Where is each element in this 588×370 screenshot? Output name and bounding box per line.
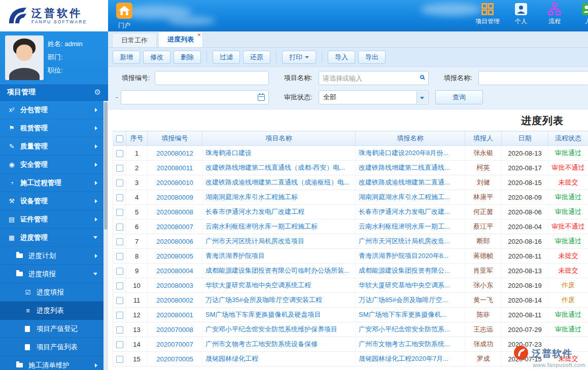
sidebar-item-quality[interactable]: ✎质量管理 <box>0 137 103 156</box>
project-name-link[interactable]: 长春市伊通河水力发电厂改建工程 <box>205 208 304 215</box>
project-name-link[interactable]: 改建铁路线增建第二线直通线（成都-西安）电... <box>205 164 345 171</box>
project-name-link[interactable]: 广州市文物考古工地安防系统设备保修 <box>205 340 318 348</box>
project-name-input[interactable] <box>319 71 429 85</box>
report-code-link[interactable]: 2020080006 <box>156 238 193 245</box>
project-name-link[interactable]: 成都能源建设集团投资有限公司临时办公场所装... <box>205 267 350 274</box>
query-button[interactable]: 查询 <box>435 90 483 104</box>
close-icon[interactable]: × <box>197 31 201 39</box>
select-all-checkbox[interactable] <box>116 135 123 142</box>
column-header-report[interactable]: 填报名称 <box>356 131 465 146</box>
report-code-link[interactable]: 2020080012 <box>156 150 193 157</box>
top-nav-project-management[interactable]: 项目管理 <box>474 3 501 26</box>
sidebar-item-progress[interactable]: ▦进度管理 <box>0 229 103 247</box>
sidebar-item-equipment[interactable]: ⚒设备管理 <box>0 192 103 210</box>
report-name-link[interactable]: 晟铭园林绿化工程2020年7月... <box>359 355 448 362</box>
search-icon[interactable] <box>420 75 424 79</box>
report-code-link[interactable]: 2020070007 <box>156 341 193 348</box>
toolbar-button-restore[interactable]: 还原 <box>243 51 270 64</box>
project-name-link[interactable]: 广州市天河区统计局机房改造项目 <box>205 237 304 245</box>
report-name-link[interactable]: 广安邓小平纪念馆安全防范系... <box>359 325 450 333</box>
report-code-link[interactable]: 2020070005 <box>156 355 193 363</box>
project-name-link[interactable]: SM广场地下车库更换摄像机及硬盘项目 <box>205 311 321 318</box>
sidebar-item-output-value-list[interactable]: 项目产值列表 <box>0 338 103 356</box>
report-name-link[interactable]: 珠海鹤港口建设2020年8月份... <box>359 149 448 157</box>
avatar[interactable] <box>5 35 44 80</box>
sidebar-item-progress-plan[interactable]: 进度计划 <box>0 247 103 265</box>
row-checkbox[interactable] <box>116 238 123 245</box>
column-header-project[interactable]: 项目名称 <box>202 131 356 146</box>
report-code-link[interactable]: 2020080011 <box>157 164 193 172</box>
gear-icon[interactable]: ⚙ <box>94 88 101 97</box>
project-name-link[interactable]: 改建铁路成渝线增建第二直通线（成渝枢纽）电... <box>205 178 350 186</box>
report-name-link[interactable]: 改建铁路线增建第二线直通线... <box>359 164 450 171</box>
row-checkbox[interactable] <box>116 179 123 187</box>
project-name-link[interactable]: 华软大厦研究基地中央空调系统工程 <box>205 281 311 289</box>
column-header-code[interactable]: 填报编号 <box>148 131 202 146</box>
toolbar-button-delete[interactable]: 删除 <box>174 51 201 64</box>
report-code-link[interactable]: 2020080010 <box>156 179 193 187</box>
report-code-link[interactable]: 2020080009 <box>156 194 193 201</box>
project-name-link[interactable]: 珠海鹤港口建设 <box>205 149 252 157</box>
row-checkbox[interactable] <box>116 297 123 304</box>
sidebar-item-output-value-register[interactable]: 项目产值登记 <box>0 320 103 338</box>
column-header-status[interactable]: 流程状态 <box>548 131 588 146</box>
date-input[interactable] <box>121 90 269 104</box>
row-checkbox[interactable] <box>116 150 123 157</box>
column-header-date[interactable]: 日期 <box>502 131 548 146</box>
report-name-link[interactable]: 广州市文物考古工地安防系统... <box>359 340 450 348</box>
row-checkbox[interactable] <box>116 312 123 319</box>
row-checkbox[interactable] <box>116 165 123 172</box>
report-code-link[interactable]: 2020080008 <box>156 208 193 216</box>
report-code-input[interactable] <box>155 71 269 85</box>
toolbar-button-add[interactable]: 新增 <box>113 51 140 64</box>
column-header-person[interactable]: 填报人 <box>465 131 502 146</box>
row-checkbox[interactable] <box>116 341 123 348</box>
toolbar-button-print[interactable]: 打印 <box>282 51 316 64</box>
top-nav-workflow[interactable]: 流程 <box>541 3 568 26</box>
report-name-link[interactable]: 广州市天河区统计局机房改造... <box>359 237 450 245</box>
sidebar-section-header[interactable]: 项目管理 ⚙ <box>0 84 108 101</box>
sidebar-item-progress-list[interactable]: ≡进度列表 <box>0 302 103 320</box>
approval-status-select[interactable]: 全部 <box>319 90 429 104</box>
report-code-link[interactable]: 2020080007 <box>156 223 193 231</box>
report-name-link[interactable]: 云南水利枢纽潜明水库一期工... <box>359 223 450 230</box>
report-code-link[interactable]: 2020080001 <box>156 311 193 319</box>
report-name-input[interactable] <box>478 71 588 85</box>
sidebar-item-subcontract[interactable]: x²分包管理 <box>0 101 103 119</box>
row-checkbox[interactable] <box>116 282 123 289</box>
project-name-link[interactable]: 青海洪湖养护院项目 <box>205 252 265 260</box>
tab-progress-list[interactable]: 进度列表× <box>158 31 203 47</box>
project-name-link[interactable]: 湖南洞庭湖水库引水工程施工标 <box>205 193 298 201</box>
sidebar-scrollbar-thumb[interactable] <box>104 102 108 230</box>
project-name-link[interactable]: 万达广场35#会所及咖啡厅空调安装工程 <box>205 296 322 304</box>
sidebar-item-progress-report[interactable]: ☑进度填报 <box>0 283 103 302</box>
row-checkbox[interactable] <box>116 326 123 334</box>
toolbar-button-edit[interactable]: 修改 <box>143 51 170 64</box>
report-code-link[interactable]: 2020080004 <box>156 267 193 275</box>
column-header-seq[interactable]: 序号 <box>126 131 148 146</box>
row-checkbox[interactable] <box>116 209 123 216</box>
sidebar-item-construction-process[interactable]: ◔施工过程管理 <box>0 174 103 192</box>
sidebar-item-progress-report-group[interactable]: 进度填报 <box>0 265 103 283</box>
toolbar-button-filter[interactable]: 过滤 <box>213 51 240 64</box>
row-checkbox[interactable] <box>116 253 123 260</box>
project-name-link[interactable]: 广安邓小平纪念馆安全防范系统维护保养项目 <box>205 325 337 333</box>
sidebar-item-safety[interactable]: ◉安全管理 <box>0 156 103 174</box>
sidebar-item-certificate[interactable]: ▤证件管理 <box>0 210 103 229</box>
calendar-icon[interactable] <box>258 94 265 101</box>
sidebar-item-construction-checklist[interactable]: 施工清单维护 <box>0 356 103 370</box>
sidebar-item-lease[interactable]: ⚑租赁管理 <box>0 119 103 137</box>
report-code-link[interactable]: 2020080002 <box>156 297 193 304</box>
report-name-link[interactable]: 成都能源建设集团投资有限公... <box>359 267 450 274</box>
report-code-link[interactable]: 2020080003 <box>156 282 193 289</box>
sidebar-scrollbar[interactable] <box>103 101 108 370</box>
row-checkbox[interactable] <box>116 224 123 231</box>
row-checkbox[interactable] <box>116 194 123 201</box>
tab-daily-work[interactable]: 日常工作 <box>112 33 157 47</box>
toolbar-button-export[interactable]: 导出 <box>358 51 386 64</box>
report-code-link[interactable]: 2020070008 <box>156 326 193 334</box>
project-name-link[interactable]: 云南水利枢纽潜明水库一期工程施工标 <box>205 223 318 230</box>
report-name-link[interactable]: 华软大厦研究基地中央空调系... <box>359 281 450 289</box>
report-name-link[interactable]: 青海洪湖养护院项目2020年8... <box>359 252 448 260</box>
report-name-link[interactable]: 湖南洞庭湖水库引水工程施工... <box>359 193 450 201</box>
